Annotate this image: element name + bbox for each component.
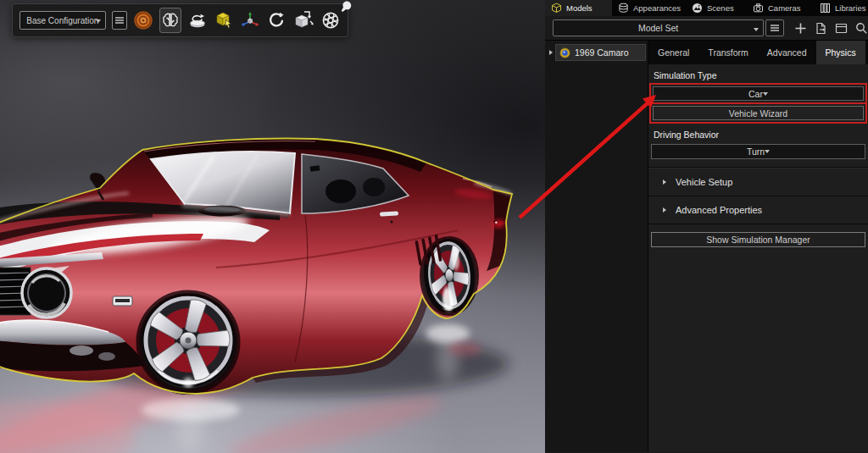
material-cylinder-icon [618, 3, 629, 14]
section-advanced-properties[interactable]: Advanced Properties [648, 196, 868, 224]
model-set-bar: Model Set [545, 16, 868, 41]
simulation-type-combo[interactable]: Car [653, 86, 864, 101]
add-icon[interactable] [794, 22, 807, 35]
chevron-down-icon [754, 28, 759, 31]
show-simulation-manager-button[interactable]: Show Simulation Manager [651, 232, 865, 247]
brain-icon[interactable] [159, 8, 181, 33]
3d-viewport[interactable]: Base Configuration [0, 0, 545, 453]
list-icon [770, 23, 780, 33]
model-set-list-button[interactable] [765, 19, 784, 36]
rotate-icon[interactable] [266, 9, 287, 31]
transform-gizmo-icon[interactable] [240, 9, 260, 31]
select-cube-icon[interactable] [214, 9, 234, 31]
expand-caret-icon [663, 207, 666, 213]
simulation-type-value: Car [748, 89, 763, 99]
tab-general[interactable]: General [648, 41, 698, 64]
tab-cameras[interactable]: Cameras [747, 0, 814, 16]
highlight-box-simulation-type: Car [649, 83, 867, 104]
expand-caret-icon [663, 180, 666, 185]
chevron-down-icon [763, 92, 768, 96]
tab-cameras-label: Cameras [768, 3, 801, 13]
driving-behavior-combo[interactable]: Turn [651, 144, 865, 159]
tree-item-label: 1969 Camaro [575, 47, 629, 58]
simulation-type-label: Simulation Type [654, 70, 863, 80]
tab-advanced[interactable]: Advanced [758, 41, 816, 64]
configuration-combo-value: Base Configuration [26, 16, 98, 25]
tab-appearances[interactable]: Appearances [612, 0, 686, 16]
tab-appearances-label: Appearances [633, 3, 681, 13]
car-render [0, 0, 545, 453]
driving-behavior-label: Driving Behavior [654, 130, 863, 140]
turntable-icon[interactable] [187, 9, 208, 31]
books-icon [820, 3, 831, 14]
tab-models[interactable]: Models [545, 0, 612, 16]
chevron-down-icon [96, 19, 101, 23]
viewport-toolbar: Base Configuration [12, 3, 348, 37]
section-vehicle-setup[interactable]: Vehicle Setup [648, 168, 868, 196]
window-icon[interactable] [835, 22, 848, 35]
cube-wireframe-icon [551, 3, 562, 14]
properties-panel: General Transform Advanced Physics Simul… [648, 41, 868, 452]
tree-item-1969-camaro[interactable]: 1969 Camaro [545, 44, 648, 61]
file-export-icon[interactable] [815, 22, 827, 35]
pin-icon[interactable] [339, 0, 353, 17]
scene-circle-icon [692, 3, 703, 14]
tab-scenes[interactable]: Scenes [686, 0, 747, 16]
model-set-combo-value: Model Set [638, 23, 678, 33]
chevron-down-icon [765, 150, 770, 153]
driving-behavior-value: Turn [747, 146, 765, 157]
search-icon[interactable] [855, 22, 868, 35]
cube-export-icon[interactable] [292, 9, 314, 31]
application-window: Base Configuration [0, 0, 868, 453]
tab-models-label: Models [566, 3, 593, 13]
right-panel: Models Appearances Scenes Cameras [545, 0, 868, 453]
marker-lamp [113, 296, 132, 306]
render-rings-icon[interactable] [133, 9, 153, 31]
headlight [22, 268, 71, 318]
vehicle-wizard-button[interactable]: Vehicle Wizard [653, 106, 864, 120]
aperture-icon[interactable] [320, 9, 341, 31]
properties-tabbar: General Transform Advanced Physics [648, 41, 868, 64]
expand-caret-icon[interactable] [549, 50, 553, 55]
camera-icon [753, 3, 764, 14]
configuration-list-button[interactable] [112, 11, 127, 30]
highlight-box-vehicle-wizard: Vehicle Wizard [649, 102, 867, 124]
model-set-combo[interactable]: Model Set [553, 19, 764, 36]
tab-libraries-label: Libraries [835, 3, 865, 13]
tab-libraries[interactable]: Libraries [814, 0, 868, 16]
scene-tree: 1969 Camaro [545, 41, 648, 452]
list-icon [114, 15, 125, 25]
tree-item-selected-row[interactable]: 1969 Camaro [555, 44, 646, 61]
tab-scenes-label: Scenes [707, 3, 734, 13]
node-icon [559, 47, 570, 58]
panel-tabbar: Models Appearances Scenes Cameras [545, 0, 868, 16]
configuration-combo[interactable]: Base Configuration [19, 11, 106, 30]
tab-physics[interactable]: Physics [816, 41, 865, 64]
tab-transform[interactable]: Transform [698, 41, 757, 64]
